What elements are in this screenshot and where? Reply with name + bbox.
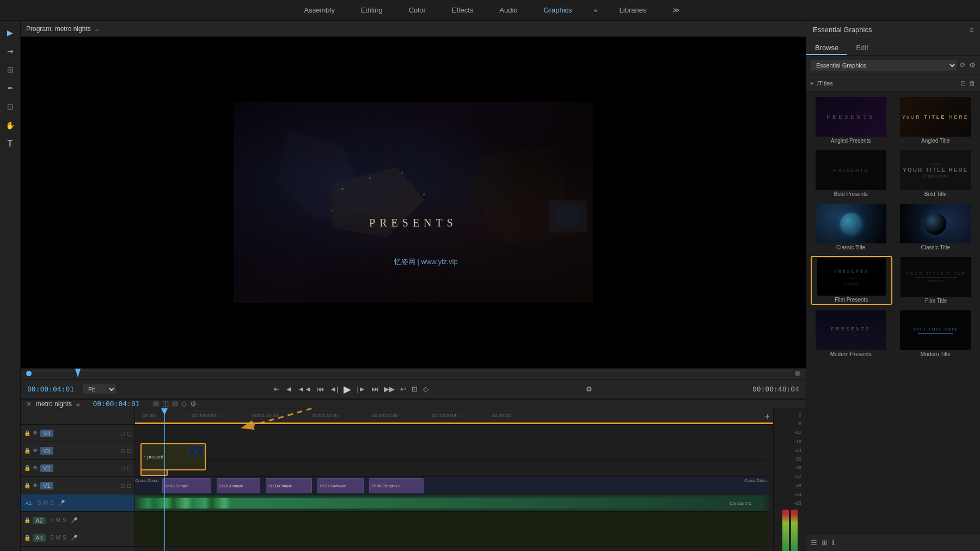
eg-tab-edit[interactable]: Edit: [847, 41, 877, 55]
selection-tool[interactable]: ▶: [3, 25, 18, 40]
record-a2[interactable]: S: [63, 517, 66, 523]
solo-v4[interactable]: ◻: [120, 430, 125, 436]
mute-a1[interactable]: M: [44, 500, 48, 506]
lock-v2[interactable]: 🔒: [24, 465, 30, 471]
pb-export-frame[interactable]: ⊡: [412, 385, 418, 393]
mic-a1[interactable]: 🎤: [58, 500, 65, 506]
eye-v3[interactable]: 👁: [33, 448, 38, 454]
track-select-tool[interactable]: ⇥: [3, 44, 18, 59]
lock-a2[interactable]: 🔒: [24, 517, 30, 523]
mute-v3[interactable]: ◻: [127, 448, 131, 454]
eg-item-angled-presents[interactable]: PRESENTS Angled Presents: [811, 96, 891, 145]
solo-a2[interactable]: S: [50, 517, 54, 523]
mute-a2[interactable]: M: [56, 517, 60, 523]
eg-refresh-icon[interactable]: ⟳: [960, 61, 966, 69]
vol-bars: [776, 510, 804, 551]
eg-item-bold-presents[interactable]: PRESENTS Bold Presents: [811, 149, 891, 198]
lock-a3[interactable]: 🔒: [24, 535, 30, 541]
eg-item-film-presents[interactable]: PRESENTS - - - - - A FILM BY Film Presen…: [811, 256, 892, 305]
type-tool[interactable]: T: [3, 136, 18, 151]
tl-linked[interactable]: ⊟: [172, 400, 178, 408]
mic-a3[interactable]: 🎤: [71, 535, 77, 541]
solo-v2[interactable]: ◻: [120, 465, 125, 471]
eg-item-classic-sphere[interactable]: Classic Title: [811, 203, 891, 252]
eg-settings-icon[interactable]: ⚙: [969, 61, 976, 69]
pb-step-back[interactable]: ◄: [285, 385, 292, 393]
solo-a1[interactable]: S: [38, 500, 41, 506]
mic-a2[interactable]: 🎤: [71, 517, 77, 523]
eg-info[interactable]: ℹ: [832, 538, 835, 547]
pb-to-in[interactable]: ⇤: [274, 385, 280, 393]
lock-v3[interactable]: 🔒: [24, 448, 30, 454]
multi-track-tool[interactable]: ⊡: [3, 99, 18, 114]
pb-forward[interactable]: |►: [357, 385, 365, 393]
timeline-close[interactable]: ✕: [26, 400, 32, 408]
nav-effects[interactable]: Effects: [448, 4, 478, 16]
record-a1[interactable]: S: [50, 500, 54, 506]
eg-item-classic-title[interactable]: Classic Title: [896, 203, 976, 252]
eg-item-angled-title[interactable]: YoUR TITLE HERE Angled Title: [896, 96, 976, 145]
eg-panel-menu[interactable]: ≡: [970, 26, 973, 34]
nav-graphics-menu-icon[interactable]: ≡: [594, 7, 598, 14]
clip-02comple[interactable]: Cr 02-Comple: [162, 478, 211, 493]
nav-more-icon[interactable]: ≫: [672, 6, 680, 14]
eg-grid-view[interactable]: ⊞: [822, 538, 828, 547]
eye-v1[interactable]: 👁: [33, 482, 38, 488]
nav-assembly[interactable]: Assembly: [300, 4, 339, 16]
eg-tab-browse[interactable]: Browse: [806, 41, 847, 55]
eg-new-folder[interactable]: ⊡: [960, 79, 966, 87]
pb-loop[interactable]: ↩: [400, 385, 406, 393]
pb-play[interactable]: ▶: [344, 383, 351, 395]
clip-present[interactable]: ▪ present ▪: [140, 443, 206, 470]
lock-v1[interactable]: 🔒: [24, 482, 30, 488]
solo-v3[interactable]: ◻: [120, 448, 125, 454]
timeline-menu-icon[interactable]: ≡: [76, 401, 79, 407]
mute-v4[interactable]: ◻: [127, 430, 131, 436]
eg-delete[interactable]: 🗑: [969, 79, 976, 87]
eg-item-film-title[interactable]: YOUR TITLE TITLE subtitle here Film Titl…: [897, 256, 976, 305]
pb-step-back2[interactable]: ◄◄: [298, 385, 312, 393]
track-name-v2: V2: [40, 464, 53, 472]
tl-settings[interactable]: ⚙: [190, 400, 197, 408]
lock-v4[interactable]: 🔒: [24, 430, 30, 436]
mute-v2[interactable]: ◻: [127, 465, 131, 471]
tl-ripple[interactable]: ⊞: [153, 400, 159, 408]
settings-icon[interactable]: ⚙: [586, 385, 592, 393]
track-icons-v4: ◻ ◻: [120, 430, 131, 436]
pb-markers[interactable]: ◇: [423, 385, 428, 393]
record-a3[interactable]: S: [63, 535, 66, 541]
nav-editing[interactable]: Editing: [357, 4, 387, 16]
eg-library-select[interactable]: Essential Graphics: [811, 60, 957, 71]
clip-07sadovoe[interactable]: Cr 07-Sadovoe: [317, 478, 364, 493]
ripple-edit-tool[interactable]: ⊞: [3, 62, 18, 77]
pen-tool[interactable]: ✒: [3, 81, 18, 96]
clip-06complex[interactable]: Cr 06-Complex r.: [369, 478, 424, 493]
eg-thumb-angled-title: YoUR TITLE HERE: [900, 97, 971, 137]
pb-step-fwd2[interactable]: ▶▶: [384, 385, 395, 393]
mute-a3[interactable]: M: [56, 535, 60, 541]
eye-v4[interactable]: 👁: [33, 430, 38, 436]
solo-a3[interactable]: S: [50, 535, 54, 541]
monitor-menu-icon[interactable]: ≡: [95, 26, 99, 32]
pb-rewind[interactable]: ◄|: [329, 385, 338, 393]
eg-item-modern-presents[interactable]: PRESENTS Modern Presents: [811, 309, 891, 358]
tl-snap[interactable]: ◫: [162, 400, 169, 408]
nav-audio[interactable]: Audio: [495, 4, 522, 16]
nav-color[interactable]: Color: [405, 4, 430, 16]
pb-next-edit[interactable]: ⏭: [371, 385, 378, 393]
nav-libraries[interactable]: Libraries: [615, 4, 651, 16]
eg-item-modern-title[interactable]: Your Title Here Modern Title: [896, 309, 976, 358]
mute-v1[interactable]: ◻: [127, 482, 131, 488]
eg-item-bold-title[interactable]: NEWS YOUR TITLE HERE ORDER NOW Bold Titl…: [896, 149, 976, 198]
clip-01comple[interactable]: Cr 01-Comple: [217, 478, 260, 493]
solo-v1[interactable]: ◻: [120, 482, 125, 488]
clip-03comple[interactable]: Cr 03-Comple: [266, 478, 312, 493]
fit-select[interactable]: Fit 25% 50% 100%: [83, 384, 116, 394]
eye-v2[interactable]: 👁: [33, 465, 38, 471]
nav-graphics[interactable]: Graphics: [540, 4, 577, 16]
eg-list-view[interactable]: ☰: [811, 538, 817, 547]
hand-tool[interactable]: ✋: [3, 118, 18, 133]
add-track-button[interactable]: +: [762, 408, 773, 425]
tl-markers[interactable]: ◇: [181, 400, 187, 408]
pb-prev-edit[interactable]: ⏮: [317, 385, 324, 393]
